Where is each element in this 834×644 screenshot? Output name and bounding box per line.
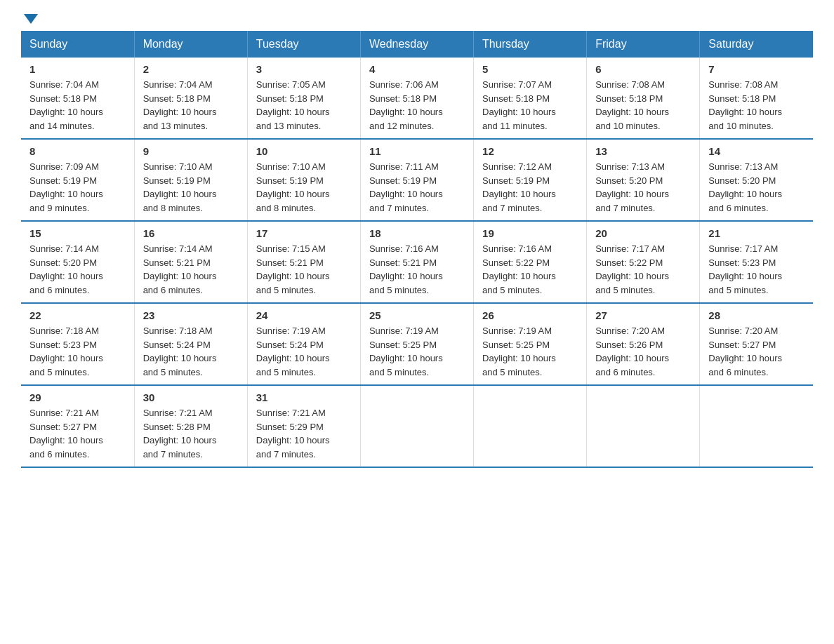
page-header [21,14,813,20]
calendar-cell: 4 Sunrise: 7:06 AMSunset: 5:18 PMDayligh… [360,58,473,139]
day-number: 14 [708,145,805,157]
calendar-cell: 2 Sunrise: 7:04 AMSunset: 5:18 PMDayligh… [134,58,247,139]
calendar-cell: 30 Sunrise: 7:21 AMSunset: 5:28 PMDaylig… [134,385,247,467]
calendar-cell: 16 Sunrise: 7:14 AMSunset: 5:21 PMDaylig… [134,221,247,303]
day-number: 2 [143,63,239,75]
day-info: Sunrise: 7:13 AMSunset: 5:20 PMDaylight:… [595,160,691,215]
calendar-cell: 15 Sunrise: 7:14 AMSunset: 5:20 PMDaylig… [21,221,134,303]
logo [21,14,38,20]
calendar-cell [474,385,587,467]
day-number: 9 [143,145,239,157]
calendar-cell [360,385,473,467]
day-number: 23 [143,309,239,321]
day-info: Sunrise: 7:19 AMSunset: 5:24 PMDaylight:… [256,324,352,379]
calendar-cell [587,385,700,467]
day-number: 13 [595,145,691,157]
calendar-cell: 5 Sunrise: 7:07 AMSunset: 5:18 PMDayligh… [474,58,587,139]
day-info: Sunrise: 7:14 AMSunset: 5:20 PMDaylight:… [29,242,126,297]
logo-general-text [21,14,38,22]
day-number: 20 [595,227,691,239]
day-number: 15 [29,227,126,239]
weekday-header-friday: Friday [587,31,700,58]
day-info: Sunrise: 7:10 AMSunset: 5:19 PMDaylight:… [256,160,352,215]
day-info: Sunrise: 7:08 AMSunset: 5:18 PMDaylight:… [708,78,805,133]
weekday-header-saturday: Saturday [700,31,813,58]
day-number: 26 [482,309,578,321]
weekday-header-sunday: Sunday [21,31,134,58]
day-info: Sunrise: 7:16 AMSunset: 5:22 PMDaylight:… [482,242,578,297]
weekday-header-tuesday: Tuesday [247,31,360,58]
week-row-4: 22 Sunrise: 7:18 AMSunset: 5:23 PMDaylig… [21,303,813,385]
day-number: 16 [143,227,239,239]
weekday-header-monday: Monday [134,31,247,58]
week-row-5: 29 Sunrise: 7:21 AMSunset: 5:27 PMDaylig… [21,385,813,467]
calendar-cell: 22 Sunrise: 7:18 AMSunset: 5:23 PMDaylig… [21,303,134,385]
day-info: Sunrise: 7:04 AMSunset: 5:18 PMDaylight:… [29,78,126,133]
day-info: Sunrise: 7:20 AMSunset: 5:26 PMDaylight:… [595,324,691,379]
logo-arrow-icon [24,14,38,24]
calendar-cell: 25 Sunrise: 7:19 AMSunset: 5:25 PMDaylig… [360,303,473,385]
calendar-cell: 29 Sunrise: 7:21 AMSunset: 5:27 PMDaylig… [21,385,134,467]
day-number: 10 [256,145,352,157]
day-info: Sunrise: 7:05 AMSunset: 5:18 PMDaylight:… [256,78,352,133]
day-info: Sunrise: 7:10 AMSunset: 5:19 PMDaylight:… [143,160,239,215]
day-number: 17 [256,227,352,239]
day-info: Sunrise: 7:08 AMSunset: 5:18 PMDaylight:… [595,78,691,133]
calendar-cell: 23 Sunrise: 7:18 AMSunset: 5:24 PMDaylig… [134,303,247,385]
day-number: 8 [29,145,126,157]
day-info: Sunrise: 7:15 AMSunset: 5:21 PMDaylight:… [256,242,352,297]
calendar-cell: 21 Sunrise: 7:17 AMSunset: 5:23 PMDaylig… [700,221,813,303]
calendar-cell: 31 Sunrise: 7:21 AMSunset: 5:29 PMDaylig… [247,385,360,467]
week-row-2: 8 Sunrise: 7:09 AMSunset: 5:19 PMDayligh… [21,139,813,221]
day-number: 31 [256,391,352,403]
day-info: Sunrise: 7:18 AMSunset: 5:24 PMDaylight:… [143,324,239,379]
calendar-cell: 20 Sunrise: 7:17 AMSunset: 5:22 PMDaylig… [587,221,700,303]
day-info: Sunrise: 7:18 AMSunset: 5:23 PMDaylight:… [29,324,126,379]
day-number: 29 [29,391,126,403]
calendar-cell: 3 Sunrise: 7:05 AMSunset: 5:18 PMDayligh… [247,58,360,139]
day-number: 1 [29,63,126,75]
day-number: 25 [369,309,465,321]
day-number: 21 [708,227,805,239]
day-number: 7 [708,63,805,75]
week-row-3: 15 Sunrise: 7:14 AMSunset: 5:20 PMDaylig… [21,221,813,303]
calendar-cell: 10 Sunrise: 7:10 AMSunset: 5:19 PMDaylig… [247,139,360,221]
calendar-cell: 13 Sunrise: 7:13 AMSunset: 5:20 PMDaylig… [587,139,700,221]
calendar-cell: 27 Sunrise: 7:20 AMSunset: 5:26 PMDaylig… [587,303,700,385]
day-number: 28 [708,309,805,321]
day-number: 3 [256,63,352,75]
calendar-cell: 18 Sunrise: 7:16 AMSunset: 5:21 PMDaylig… [360,221,473,303]
calendar-cell: 17 Sunrise: 7:15 AMSunset: 5:21 PMDaylig… [247,221,360,303]
day-number: 5 [482,63,578,75]
day-number: 30 [143,391,239,403]
day-info: Sunrise: 7:13 AMSunset: 5:20 PMDaylight:… [708,160,805,215]
day-info: Sunrise: 7:20 AMSunset: 5:27 PMDaylight:… [708,324,805,379]
day-number: 27 [595,309,691,321]
calendar-cell: 26 Sunrise: 7:19 AMSunset: 5:25 PMDaylig… [474,303,587,385]
day-number: 12 [482,145,578,157]
weekday-header-thursday: Thursday [474,31,587,58]
calendar-cell: 24 Sunrise: 7:19 AMSunset: 5:24 PMDaylig… [247,303,360,385]
calendar-cell: 11 Sunrise: 7:11 AMSunset: 5:19 PMDaylig… [360,139,473,221]
calendar-table: SundayMondayTuesdayWednesdayThursdayFrid… [21,31,813,468]
day-info: Sunrise: 7:21 AMSunset: 5:28 PMDaylight:… [143,406,239,461]
day-info: Sunrise: 7:16 AMSunset: 5:21 PMDaylight:… [369,242,465,297]
day-number: 4 [369,63,465,75]
day-info: Sunrise: 7:12 AMSunset: 5:19 PMDaylight:… [482,160,578,215]
week-row-1: 1 Sunrise: 7:04 AMSunset: 5:18 PMDayligh… [21,58,813,139]
calendar-cell [700,385,813,467]
day-info: Sunrise: 7:19 AMSunset: 5:25 PMDaylight:… [369,324,465,379]
day-number: 24 [256,309,352,321]
day-number: 11 [369,145,465,157]
day-info: Sunrise: 7:21 AMSunset: 5:29 PMDaylight:… [256,406,352,461]
day-info: Sunrise: 7:17 AMSunset: 5:23 PMDaylight:… [708,242,805,297]
day-info: Sunrise: 7:07 AMSunset: 5:18 PMDaylight:… [482,78,578,133]
weekday-header-wednesday: Wednesday [360,31,473,58]
day-number: 19 [482,227,578,239]
day-number: 18 [369,227,465,239]
calendar-cell: 14 Sunrise: 7:13 AMSunset: 5:20 PMDaylig… [700,139,813,221]
day-number: 6 [595,63,691,75]
day-info: Sunrise: 7:21 AMSunset: 5:27 PMDaylight:… [29,406,126,461]
calendar-cell: 12 Sunrise: 7:12 AMSunset: 5:19 PMDaylig… [474,139,587,221]
day-info: Sunrise: 7:09 AMSunset: 5:19 PMDaylight:… [29,160,126,215]
